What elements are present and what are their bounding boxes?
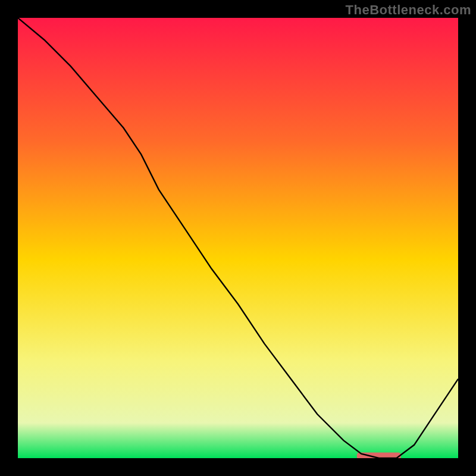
watermark-text: TheBottleneck.com	[346, 2, 471, 18]
plot-svg	[18, 18, 458, 458]
chart-root: TheBottleneck.com	[0, 0, 476, 476]
gradient-background	[18, 18, 458, 458]
plot-area	[18, 18, 458, 458]
optimal-range-marker	[357, 452, 401, 458]
